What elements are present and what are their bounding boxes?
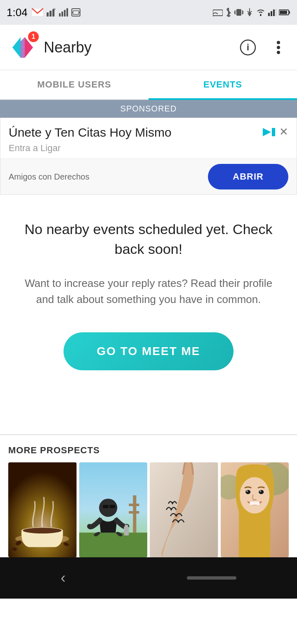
sponsored-banner: SPONSORED <box>0 100 297 118</box>
svg-text:?: ? <box>53 8 56 12</box>
no-events-message: No nearby events scheduled yet. Check ba… <box>16 220 280 259</box>
svg-marker-22 <box>248 13 252 17</box>
svg-rect-71 <box>250 502 259 505</box>
svg-rect-27 <box>276 9 276 16</box>
tab-events[interactable]: EVENTS <box>148 70 297 99</box>
bluetooth-icon <box>225 8 232 17</box>
svg-point-61 <box>175 514 177 516</box>
svg-rect-8 <box>66 8 68 17</box>
notification-badge: 1 <box>28 31 39 42</box>
screenshot-icon <box>71 8 80 17</box>
ad-company-name: Amigos con Derechos <box>9 172 90 182</box>
ad-subtitle: Entra a Ligar <box>0 143 297 159</box>
tab-bar: MOBILE USERS EVENTS <box>0 70 297 100</box>
tip-message: Want to increase your reply rates? Read … <box>16 275 280 308</box>
svg-marker-31 <box>12 37 21 58</box>
app-title: Nearby <box>44 39 238 56</box>
svg-rect-5 <box>59 13 61 17</box>
wifi-icon <box>256 9 266 16</box>
lte-signal-icon <box>268 9 276 16</box>
prospect-item-tattoo[interactable] <box>150 462 218 557</box>
svg-point-23 <box>260 14 262 16</box>
svg-point-38 <box>277 51 280 54</box>
home-indicator[interactable] <box>187 576 236 580</box>
svg-rect-57 <box>125 525 128 527</box>
sync-icon <box>246 8 253 17</box>
info-button[interactable]: i <box>238 37 258 58</box>
svg-rect-15 <box>236 9 241 16</box>
svg-point-67 <box>245 490 250 494</box>
svg-rect-55 <box>109 505 115 508</box>
svg-rect-29 <box>289 11 290 14</box>
svg-rect-24 <box>268 13 270 16</box>
more-vert-icon <box>276 39 281 56</box>
prospect-item-blonde[interactable] <box>221 462 289 557</box>
app-logo: 1 <box>8 33 37 62</box>
svg-rect-26 <box>273 9 275 16</box>
svg-rect-7 <box>64 10 66 17</box>
advertisement: Únete y Ten Citas Hoy Mismo ✕ Entra a Li… <box>0 118 297 195</box>
ad-close-button[interactable]: ✕ <box>279 125 288 138</box>
svg-rect-52 <box>129 511 139 514</box>
svg-marker-39 <box>263 128 271 136</box>
cast-icon <box>213 8 223 17</box>
svg-rect-2 <box>50 11 52 17</box>
prospect-image-blonde <box>221 462 289 557</box>
tab-mobile-users[interactable]: MOBILE USERS <box>0 70 148 99</box>
signal-icon: ? <box>47 8 56 17</box>
svg-rect-10 <box>73 11 79 14</box>
ad-title: Únete y Ten Citas Hoy Mismo <box>9 125 172 140</box>
svg-text:i: i <box>247 42 249 52</box>
prospect-item-fitness[interactable] <box>79 462 148 557</box>
svg-point-70 <box>259 490 261 492</box>
more-prospects-section: MORE PROSPECTS <box>0 435 297 557</box>
cell-signal-icon <box>59 8 68 17</box>
prospect-image-fitness <box>79 462 148 557</box>
svg-rect-6 <box>61 12 63 17</box>
svg-rect-25 <box>271 11 272 16</box>
svg-point-62 <box>177 521 179 522</box>
prospects-grid <box>8 462 289 557</box>
svg-rect-49 <box>79 533 148 557</box>
svg-point-44 <box>23 528 61 533</box>
prospect-image-tattoo <box>150 462 218 557</box>
svg-rect-56 <box>124 526 129 535</box>
gmail-icon <box>32 8 43 17</box>
main-content: No nearby events scheduled yet. Check ba… <box>0 195 297 401</box>
svg-point-69 <box>246 490 248 492</box>
svg-rect-30 <box>280 11 287 14</box>
svg-point-59 <box>172 502 173 504</box>
svg-rect-1 <box>47 12 49 17</box>
more-prospects-title: MORE PROSPECTS <box>8 445 289 456</box>
svg-point-66 <box>240 477 269 514</box>
back-button[interactable]: ‹ <box>61 569 66 587</box>
svg-rect-54 <box>103 505 108 508</box>
svg-rect-40 <box>272 128 275 136</box>
svg-point-36 <box>277 41 280 44</box>
prospect-item-coffee[interactable] <box>8 462 77 557</box>
app-bar: 1 Nearby i <box>0 25 297 70</box>
info-icon: i <box>240 39 256 56</box>
app-bar-actions: i <box>238 37 289 58</box>
svg-marker-33 <box>21 37 25 58</box>
status-time: 1:04 <box>7 6 28 19</box>
status-bar: 1:04 ? <box>0 0 297 25</box>
svg-rect-51 <box>129 504 139 506</box>
svg-point-37 <box>277 46 280 49</box>
svg-point-60 <box>170 508 172 510</box>
overflow-menu-button[interactable] <box>268 37 289 58</box>
svg-point-68 <box>259 490 264 494</box>
prospect-image-coffee <box>8 462 77 557</box>
navigation-bar: ‹ <box>0 557 297 599</box>
ad-open-button[interactable]: ABRIR <box>208 164 288 189</box>
ad-attribution-icon <box>263 128 275 136</box>
vibrate-icon <box>234 8 243 17</box>
battery-icon <box>279 9 290 16</box>
svg-rect-50 <box>133 495 136 533</box>
go-to-meet-me-button[interactable]: GO TO MEET ME <box>64 332 233 370</box>
svg-point-14 <box>213 15 214 17</box>
